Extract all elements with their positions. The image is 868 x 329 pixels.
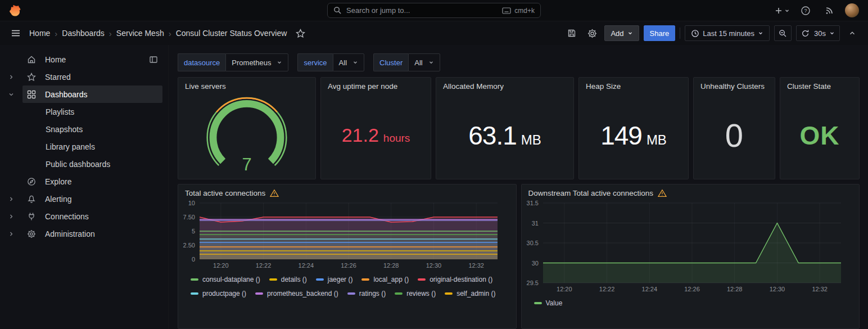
variable-select-datasource[interactable]: Prometheus (225, 53, 288, 71)
breadcrumb: Home › Dashboards › Service Mesh › Consu… (29, 29, 287, 38)
keyboard-icon (502, 7, 511, 14)
legend-swatch (395, 292, 403, 295)
legend-label: productpage () (202, 290, 246, 298)
gauge-value: 7 (242, 154, 251, 174)
variable-label-cluster: Cluster (373, 53, 408, 71)
menu-toggle-button[interactable] (8, 25, 24, 41)
legend-label: local_app () (373, 276, 409, 283)
legend-item[interactable]: self_admin () (445, 290, 495, 298)
divider (680, 28, 680, 39)
add-new-button[interactable] (774, 6, 790, 15)
sidebar-item-library-panels[interactable]: Library panels (0, 138, 168, 155)
collapse-sidebar-button[interactable] (149, 55, 158, 64)
timeseries-chart[interactable]: 29.53030.53131.512:2012:2212:2412:2612:2… (522, 199, 846, 294)
chevron-down-icon (428, 60, 434, 65)
favorite-star-button[interactable] (292, 25, 308, 41)
legend-item[interactable]: jaeger () (316, 276, 353, 283)
svg-text:12:20: 12:20 (213, 262, 229, 269)
sidebar-item-home: Home (0, 51, 168, 68)
star-icon (27, 73, 36, 82)
search-placeholder: Search or jump to... (346, 6, 498, 15)
svg-text:12:24: 12:24 (641, 286, 657, 292)
refresh-interval-dropdown[interactable]: 30s (814, 29, 835, 38)
legend-item[interactable]: ratings () (347, 290, 386, 298)
variable-select-cluster[interactable]: All (408, 53, 440, 71)
collapse-chevron[interactable] (8, 91, 22, 98)
expand-chevron[interactable] (8, 213, 22, 220)
dashboard-canvas: datasource Prometheus service All Cluste… (169, 45, 868, 329)
svg-text:30: 30 (531, 260, 538, 267)
legend-label: prometheus_backend () (267, 290, 338, 298)
svg-text:12:32: 12:32 (468, 262, 484, 269)
dashboard-toolbar: Home › Dashboards › Service Mesh › Consu… (0, 21, 868, 45)
add-panel-button[interactable]: Add (604, 25, 639, 41)
news-button[interactable] (821, 3, 837, 19)
question-icon: ? (801, 6, 811, 16)
zoom-out-button[interactable] (774, 25, 792, 41)
legend-item[interactable]: local_app () (361, 276, 409, 283)
search-icon (333, 6, 342, 15)
svg-text:12:30: 12:30 (426, 262, 442, 269)
gear-icon (587, 29, 597, 38)
legend-item[interactable]: reviews () (395, 290, 436, 298)
expand-chevron[interactable] (8, 196, 22, 202)
variable-label-service: service (297, 53, 332, 71)
breadcrumb-item-home[interactable]: Home (29, 29, 50, 38)
legend-item[interactable]: prometheus_backend () (255, 290, 338, 298)
svg-text:12:28: 12:28 (383, 262, 399, 269)
legend-item[interactable]: productpage () (191, 290, 246, 298)
sidebar-item-playlists[interactable]: Playlists (0, 103, 168, 120)
breadcrumb-current: Consul Cluster Status Overview (176, 29, 287, 38)
warning-icon[interactable] (658, 189, 667, 197)
sidebar-item-snapshots[interactable]: Snapshots (0, 120, 168, 138)
bell-icon (27, 195, 36, 204)
panel-heap-size: Heap Size 149 MB (578, 77, 689, 179)
legend-swatch (418, 278, 426, 281)
legend-swatch (445, 292, 453, 295)
timeseries-chart[interactable]: 02.5057.501012:2012:2212:2412:2612:2812:… (178, 199, 502, 271)
stat-value: OK (800, 120, 840, 151)
keyboard-shortcut-badge: cmd+k (502, 7, 535, 15)
legend-swatch (269, 278, 277, 281)
legend-swatch (534, 302, 542, 304)
time-range-picker[interactable]: Last 15 minutes (685, 25, 770, 41)
floppy-icon (567, 29, 576, 38)
help-button[interactable]: ? (798, 3, 813, 19)
legend-label: Value (546, 299, 563, 307)
chevron-down-icon (784, 8, 790, 13)
clock-icon (691, 29, 699, 38)
sidebar-item-public-dashboards[interactable]: Public dashboards (0, 155, 168, 173)
legend-item[interactable]: details () (269, 276, 307, 283)
grafana-logo-icon[interactable] (9, 4, 22, 17)
variable-select-service[interactable]: All (333, 53, 364, 71)
variable-filters: datasource Prometheus service All Cluste… (178, 53, 860, 71)
breadcrumb-item-dashboards[interactable]: Dashboards (62, 29, 105, 38)
svg-text:2.50: 2.50 (183, 242, 195, 249)
collapse-toolbar-button[interactable] (844, 25, 860, 41)
top-navbar: Search or jump to... cmd+k ? (0, 0, 868, 21)
user-avatar[interactable] (845, 3, 859, 17)
expand-chevron[interactable] (8, 231, 22, 237)
svg-text:30.5: 30.5 (526, 240, 538, 246)
legend-item[interactable]: Value (534, 299, 563, 307)
refresh-icon (801, 29, 810, 38)
search-input[interactable]: Search or jump to... cmd+k (327, 3, 541, 18)
save-dashboard-button[interactable] (564, 25, 580, 41)
refresh-button[interactable]: 30s (796, 25, 840, 41)
expand-chevron[interactable] (8, 74, 22, 80)
dashboard-settings-button[interactable] (584, 25, 600, 41)
sidebar: Home Starred (0, 45, 169, 329)
legend-swatch (316, 278, 324, 281)
legend-label: original-destination () (430, 276, 492, 283)
panel-total-active-connections: Total active connections 02.5057.501012:… (178, 184, 517, 329)
legend-swatch (255, 292, 263, 295)
legend-item[interactable]: consul-dataplane () (191, 276, 260, 283)
rss-icon (825, 6, 834, 15)
breadcrumb-item-service-mesh[interactable]: Service Mesh (116, 29, 164, 38)
svg-text:31.5: 31.5 (526, 200, 538, 206)
chevron-down-icon (758, 30, 763, 36)
warning-icon[interactable] (270, 189, 279, 197)
legend-item[interactable]: original-destination () (418, 276, 492, 283)
hamburger-icon (11, 28, 21, 38)
share-button[interactable]: Share (644, 25, 676, 41)
